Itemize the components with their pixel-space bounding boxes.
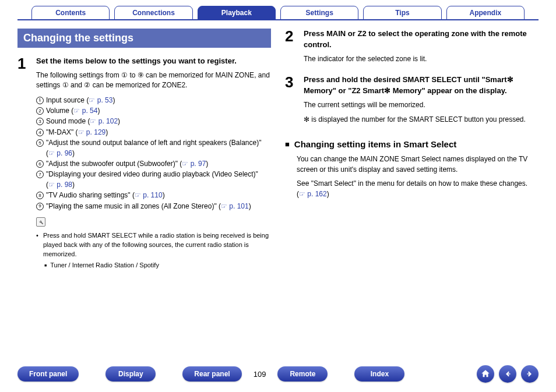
- page-link[interactable]: p. 96: [48, 149, 72, 157]
- pill-label: Display: [118, 370, 143, 378]
- circled-number-icon: 1: [36, 97, 44, 104]
- prev-page-button[interactable]: [499, 365, 516, 383]
- list-text: Sound mode (p. 102): [46, 116, 271, 126]
- right-column: 2 Press MAIN or Z2 to select the operati…: [285, 29, 539, 276]
- page-link[interactable]: p. 97: [182, 160, 206, 168]
- step-head: Set the items below to the settings you …: [36, 56, 271, 67]
- step-desc: The indicator for the selected zone is l…: [304, 54, 539, 64]
- step-desc: The following settings from ① to ⑨ can b…: [36, 70, 271, 91]
- page-link[interactable]: p. 110: [135, 191, 163, 199]
- note-bullet: •Press and hold SMART SELECT while a rad…: [36, 231, 271, 259]
- tab-label: Connections: [132, 9, 175, 17]
- list-text: Volume (p. 54): [46, 106, 271, 116]
- circled-number-icon: 8: [36, 192, 44, 199]
- step-head: Press MAIN or Z2 to select the operating…: [304, 29, 539, 51]
- content-columns: Changing the settings 1 Set the items be…: [17, 29, 539, 276]
- next-page-button[interactable]: [521, 365, 539, 383]
- circled-number-icon: 3: [36, 118, 44, 125]
- footer-index-button[interactable]: Index: [354, 366, 404, 382]
- square-dot-icon: ■: [44, 261, 47, 270]
- pill-label: Index: [371, 370, 389, 378]
- note-box: •Press and hold SMART SELECT while a rad…: [36, 217, 271, 270]
- footer-rear-panel-button[interactable]: Rear panel: [182, 366, 241, 382]
- pill-label: Remote: [290, 370, 315, 378]
- page-link[interactable]: p. 98: [48, 181, 72, 189]
- home-button[interactable]: [477, 365, 494, 383]
- pill-label: Rear panel: [194, 370, 230, 378]
- page-link[interactable]: p. 162: [299, 190, 327, 198]
- note-list: •Press and hold SMART SELECT while a rad…: [36, 231, 271, 270]
- page-link[interactable]: p. 53: [89, 96, 112, 104]
- circled-number-icon: 9: [36, 203, 44, 210]
- circled-number-icon: 2: [36, 107, 44, 115]
- tab-label: Tips: [395, 9, 409, 17]
- page-number: 109: [248, 370, 272, 379]
- list-text: "Adjust the sound output balance of left…: [46, 138, 271, 158]
- note-text: Press and hold SMART SELECT while a radi…: [43, 231, 271, 259]
- list-item: 1Input source (p. 53): [36, 96, 271, 105]
- list-text: Input source (p. 53): [46, 96, 271, 105]
- subsection-title: Changing setting items in Smart Select: [294, 139, 456, 149]
- arrow-left-icon: [502, 369, 513, 379]
- page-link[interactable]: p. 54: [73, 107, 97, 115]
- list-item: 6"Adjust the subwoofer output (Subwoofer…: [36, 159, 271, 169]
- footer-remote-button[interactable]: Remote: [277, 366, 328, 382]
- wrench-icon: [36, 217, 45, 227]
- step-body: Press MAIN or Z2 to select the operating…: [304, 29, 539, 69]
- list-item: 8"TV Audio sharing settings" (p. 110): [36, 190, 271, 200]
- tab-tips[interactable]: Tips: [363, 6, 441, 20]
- tab-label: Appendix: [469, 9, 501, 17]
- list-item: 7"Displaying your desired video during a…: [36, 169, 271, 190]
- home-icon: [480, 369, 491, 379]
- list-text: "M-DAX" (p. 129): [46, 128, 271, 137]
- nav-icon-group: [477, 365, 539, 383]
- page-link[interactable]: p. 101: [221, 202, 249, 210]
- page-link[interactable]: p. 102: [90, 117, 118, 125]
- footer-nav: Front panel Display Rear panel 109 Remot…: [17, 365, 539, 383]
- list-text: "Adjust the subwoofer output (Subwoofer)…: [46, 159, 271, 169]
- arrow-right-icon: [525, 369, 535, 379]
- tab-appendix[interactable]: Appendix: [446, 6, 525, 20]
- tab-playback[interactable]: Playback: [198, 6, 276, 20]
- tab-connections[interactable]: Connections: [114, 6, 192, 20]
- list-item: 4"M-DAX" (p. 129): [36, 128, 271, 137]
- step-desc: ✻ is displayed the number for the SMART …: [304, 115, 539, 125]
- tab-settings[interactable]: Settings: [280, 6, 358, 20]
- step-body: Press and hold the desired SMART SELECT …: [304, 75, 539, 129]
- section-title: Changing the settings: [17, 29, 271, 48]
- tab-label: Playback: [221, 9, 252, 17]
- tab-label: Settings: [305, 9, 333, 17]
- step-3: 3 Press and hold the desired SMART SELEC…: [285, 75, 539, 129]
- step-1: 1 Set the items below to the settings yo…: [17, 56, 271, 270]
- left-column: Changing the settings 1 Set the items be…: [17, 29, 271, 276]
- list-text: "Playing the same music in all zones (Al…: [46, 202, 271, 211]
- tab-contents[interactable]: Contents: [31, 6, 110, 20]
- list-item: 5"Adjust the sound output balance of lef…: [36, 138, 271, 158]
- footer-display-button[interactable]: Display: [105, 366, 156, 382]
- list-text: "TV Audio sharing settings" (p. 110): [46, 190, 271, 200]
- subsection-heading: ■ Changing setting items in Smart Select: [285, 139, 539, 149]
- svg-rect-0: [507, 373, 511, 375]
- step-number: 3: [285, 75, 298, 129]
- step-body: Set the items below to the settings you …: [36, 56, 271, 270]
- step-2: 2 Press MAIN or Z2 to select the operati…: [285, 29, 539, 69]
- bullet-dot-icon: •: [36, 231, 40, 259]
- circled-number-icon: 7: [36, 171, 44, 178]
- list-item: 2Volume (p. 54): [36, 106, 271, 116]
- svg-rect-1: [527, 373, 531, 375]
- top-tabs: Contents Connections Playback Settings T…: [17, 6, 539, 20]
- circled-number-icon: 6: [36, 160, 44, 168]
- page-link[interactable]: p. 129: [78, 128, 106, 136]
- subsection-body: You can change the MAIN ZONE Smart Selec…: [285, 154, 539, 199]
- square-icon: ■: [285, 140, 290, 149]
- footer-front-panel-button[interactable]: Front panel: [17, 366, 79, 382]
- list-text: "Displaying your desired video during au…: [46, 169, 271, 190]
- settings-list: 1Input source (p. 53) 2Volume (p. 54) 3S…: [36, 96, 271, 211]
- note-text: Tuner / Internet Radio Station / Spotify: [50, 261, 159, 270]
- step-desc: The current settings will be memorized.: [304, 100, 539, 110]
- step-head: Press and hold the desired SMART SELECT …: [304, 75, 539, 97]
- paragraph: See "Smart Select" in the menu for detai…: [297, 178, 539, 199]
- step-number: 2: [285, 29, 298, 69]
- tab-label: Contents: [55, 9, 86, 17]
- list-item: 3Sound mode (p. 102): [36, 116, 271, 126]
